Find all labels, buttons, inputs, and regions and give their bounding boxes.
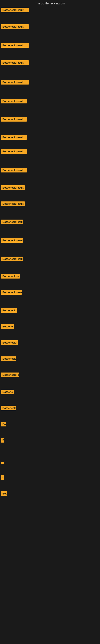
bottleneck-label: Bottleneck <box>1 406 16 410</box>
bottleneck-label: Bo <box>1 422 6 426</box>
bottleneck-item: I <box>1 475 4 480</box>
bottleneck-item: Bottleneck result <box>1 80 29 85</box>
bottleneck-label: Bottleneck result <box>1 220 23 224</box>
bottleneck-label: Bottleneck r <box>1 340 18 345</box>
bottleneck-label: Bottleneck result <box>1 8 29 12</box>
bottleneck-label: Bottleneck result <box>1 117 27 122</box>
bottleneck-label: Bottleneck result <box>1 60 29 65</box>
bottleneck-item: Bottleneck result <box>1 8 29 13</box>
bottleneck-item: Bottleneck result <box>1 168 27 173</box>
bottleneck-item: Bottleneck result <box>1 238 23 244</box>
bottleneck-item: Bottleneck <box>1 308 17 314</box>
bottleneck-label: Bottleneck result <box>1 149 27 154</box>
bottleneck-item: Bottleneck result <box>1 185 25 191</box>
bottleneck-label: Bottleneck <box>1 308 17 313</box>
bottleneck-label: Bottleneck result <box>1 80 29 84</box>
bottleneck-label: Bottleneck result <box>1 202 25 206</box>
bottleneck-label: Bottlene <box>1 324 14 329</box>
bottleneck-item: Bottleneck result <box>1 220 23 225</box>
bottleneck-item: Bottleneck result <box>1 135 27 140</box>
bottleneck-item: Bottleneck result <box>1 43 29 48</box>
bottleneck-item: Bottleneck result <box>1 149 27 154</box>
site-title: TheBottlenecker.com <box>0 0 100 8</box>
bottleneck-item: Bottlene <box>1 324 14 330</box>
bottleneck-label: Bottlene <box>1 390 14 394</box>
bottleneck-label: Bottleneck <box>1 356 16 361</box>
bottleneck-label: Bottleneck result <box>1 24 29 29</box>
bottleneck-label: Bottleneck re <box>1 372 19 377</box>
bottleneck-label: Bottleneck result <box>1 43 29 48</box>
bottleneck-item <box>1 461 4 465</box>
bottleneck-label: Bottleneck result <box>1 99 27 104</box>
bottleneck-item: Bottleneck <box>1 406 16 411</box>
bottleneck-item: Bottleneck result <box>1 256 23 262</box>
bottleneck-item: Bottlene <box>1 390 14 395</box>
bottleneck-item: Bottleneck result <box>1 60 29 66</box>
bottleneck-item: Bottleneck <box>1 356 16 362</box>
bottleneck-label: I <box>1 475 4 480</box>
bottleneck-label: Bottleneck result <box>1 256 23 261</box>
bottleneck-label: Bottleneck result <box>1 135 27 140</box>
bottleneck-item: Bottleneck result <box>1 99 27 104</box>
bottleneck-item: Bottleneck result <box>1 117 27 122</box>
bottleneck-item: B <box>1 438 4 443</box>
bottleneck-item: Bottleneck re <box>1 274 20 279</box>
bottleneck-label: Bott <box>1 491 7 496</box>
bottleneck-label: Bottleneck result <box>1 238 23 243</box>
bottleneck-label: Bottleneck re <box>1 274 20 278</box>
bottleneck-item: Bottleneck result <box>1 202 25 207</box>
bottleneck-label <box>1 462 4 464</box>
bottleneck-label: Bottleneck resul <box>1 290 22 295</box>
bottleneck-label: Bottleneck result <box>1 185 25 190</box>
bottleneck-item: Bottleneck re <box>1 372 19 378</box>
bottleneck-item: Bo <box>1 422 6 427</box>
bottleneck-label: Bottleneck result <box>1 168 27 172</box>
bottleneck-item: Bottleneck r <box>1 340 18 346</box>
bottleneck-item: Bottleneck result <box>1 24 29 30</box>
bottleneck-item: Bott <box>1 491 7 497</box>
bottleneck-label: B <box>1 438 4 442</box>
bottleneck-item: Bottleneck resul <box>1 290 22 296</box>
